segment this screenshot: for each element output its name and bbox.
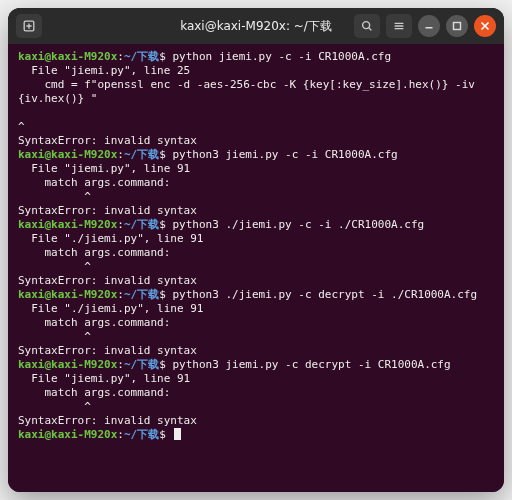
terminal-viewport[interactable]: kaxi@kaxi-M920x:~/下载$ python jiemi.py -c… bbox=[8, 44, 504, 492]
output-text: File "jiemi.py", line 25 bbox=[18, 64, 190, 77]
prompt-path: ~/下载 bbox=[124, 50, 159, 63]
prompt-user-host: kaxi@kaxi-M920x bbox=[18, 288, 117, 301]
prompt-marker: $ bbox=[159, 428, 172, 441]
output-line: ^ bbox=[18, 190, 494, 204]
output-text: ^ bbox=[18, 260, 91, 273]
prompt-user-host: kaxi@kaxi-M920x bbox=[18, 428, 117, 441]
svg-rect-9 bbox=[454, 23, 461, 30]
titlebar: kaxi@kaxi-M920x: ~/下载 bbox=[8, 8, 504, 44]
prompt-marker: $ bbox=[159, 148, 172, 161]
close-icon bbox=[478, 19, 492, 33]
output-line: File "jiemi.py", line 91 bbox=[18, 372, 494, 386]
prompt-path: ~/下载 bbox=[124, 288, 159, 301]
command-line: kaxi@kaxi-M920x:~/下载$ python3 jiemi.py -… bbox=[18, 358, 494, 372]
new-tab-button[interactable] bbox=[16, 14, 42, 38]
output-line: File "jiemi.py", line 91 bbox=[18, 162, 494, 176]
output-text: SyntaxError: invalid syntax bbox=[18, 344, 197, 357]
output-text: match args.command: bbox=[18, 386, 170, 399]
output-text: SyntaxError: invalid syntax bbox=[18, 414, 197, 427]
prompt-marker: $ bbox=[159, 358, 172, 371]
output-text: ^ bbox=[18, 330, 91, 343]
output-text: ^ bbox=[18, 106, 504, 133]
output-line: match args.command: bbox=[18, 386, 494, 400]
output-line: File "./jiemi.py", line 91 bbox=[18, 302, 494, 316]
active-prompt-line[interactable]: kaxi@kaxi-M920x:~/下载$ bbox=[18, 428, 494, 442]
output-line: SyntaxError: invalid syntax bbox=[18, 344, 494, 358]
output-text: ^ bbox=[18, 400, 91, 413]
prompt-marker: $ bbox=[159, 218, 172, 231]
maximize-button[interactable] bbox=[446, 15, 468, 37]
output-line: match args.command: bbox=[18, 246, 494, 260]
new-tab-icon bbox=[22, 19, 36, 33]
prompt-user-host: kaxi@kaxi-M920x bbox=[18, 358, 117, 371]
prompt-marker: $ bbox=[159, 50, 172, 63]
prompt-separator: : bbox=[117, 428, 124, 441]
output-line: ^ bbox=[18, 400, 494, 414]
prompt-user-host: kaxi@kaxi-M920x bbox=[18, 218, 117, 231]
prompt-path: ~/下载 bbox=[124, 148, 159, 161]
command-line: kaxi@kaxi-M920x:~/下载$ python jiemi.py -c… bbox=[18, 50, 494, 64]
close-button[interactable] bbox=[474, 15, 496, 37]
output-text: File "./jiemi.py", line 91 bbox=[18, 232, 203, 245]
terminal-window: kaxi@kaxi-M920x: ~/下载 bbox=[8, 8, 504, 492]
titlebar-right bbox=[354, 14, 496, 38]
output-line: match args.command: bbox=[18, 316, 494, 330]
command-text: python3 ./jiemi.py -c decrypt -i ./CR100… bbox=[172, 288, 477, 301]
output-text: File "jiemi.py", line 91 bbox=[18, 162, 190, 175]
command-text: python3 ./jiemi.py -c -i ./CR1000A.cfg bbox=[172, 218, 424, 231]
prompt-separator: : bbox=[117, 50, 124, 63]
output-line: File "./jiemi.py", line 91 bbox=[18, 232, 494, 246]
output-line: SyntaxError: invalid syntax bbox=[18, 204, 494, 218]
prompt-separator: : bbox=[117, 218, 124, 231]
svg-line-4 bbox=[369, 28, 372, 31]
titlebar-left bbox=[16, 14, 42, 38]
prompt-path: ~/下载 bbox=[124, 358, 159, 371]
output-line: ^ bbox=[18, 260, 494, 274]
output-text: File "./jiemi.py", line 91 bbox=[18, 302, 203, 315]
output-text: match args.command: bbox=[18, 316, 170, 329]
output-text: ^ bbox=[18, 190, 91, 203]
output-text: File "jiemi.py", line 91 bbox=[18, 372, 190, 385]
prompt-marker: $ bbox=[159, 288, 172, 301]
hamburger-icon bbox=[392, 19, 406, 33]
search-button[interactable] bbox=[354, 14, 380, 38]
output-text: cmd = f"openssl enc -d -aes-256-cbc -K {… bbox=[18, 78, 482, 105]
prompt-user-host: kaxi@kaxi-M920x bbox=[18, 50, 117, 63]
menu-button[interactable] bbox=[386, 14, 412, 38]
command-line: kaxi@kaxi-M920x:~/下载$ python3 jiemi.py -… bbox=[18, 148, 494, 162]
prompt-path: ~/下载 bbox=[124, 428, 159, 441]
output-line: SyntaxError: invalid syntax bbox=[18, 274, 494, 288]
output-line: SyntaxError: invalid syntax bbox=[18, 414, 494, 428]
output-text: SyntaxError: invalid syntax bbox=[18, 204, 197, 217]
prompt-separator: : bbox=[117, 288, 124, 301]
maximize-icon bbox=[450, 19, 464, 33]
output-text: match args.command: bbox=[18, 176, 170, 189]
output-text: SyntaxError: invalid syntax bbox=[18, 134, 197, 147]
prompt-separator: : bbox=[117, 148, 124, 161]
output-line: cmd = f"openssl enc -d -aes-256-cbc -K {… bbox=[18, 78, 494, 106]
output-line: File "jiemi.py", line 25 bbox=[18, 64, 494, 78]
command-text: python3 jiemi.py -c decrypt -i CR1000A.c… bbox=[172, 358, 450, 371]
output-line: SyntaxError: invalid syntax bbox=[18, 134, 494, 148]
text-cursor bbox=[174, 428, 181, 440]
output-line: ^ bbox=[18, 330, 494, 344]
prompt-user-host: kaxi@kaxi-M920x bbox=[18, 148, 117, 161]
command-line: kaxi@kaxi-M920x:~/下载$ python3 ./jiemi.py… bbox=[18, 288, 494, 302]
output-line: ^ bbox=[18, 106, 494, 134]
output-text: SyntaxError: invalid syntax bbox=[18, 274, 197, 287]
command-text: python3 jiemi.py -c -i CR1000A.cfg bbox=[172, 148, 397, 161]
minimize-icon bbox=[422, 19, 436, 33]
search-icon bbox=[360, 19, 374, 33]
svg-point-3 bbox=[363, 22, 370, 29]
output-text: match args.command: bbox=[18, 246, 170, 259]
minimize-button[interactable] bbox=[418, 15, 440, 37]
output-line: match args.command: bbox=[18, 176, 494, 190]
command-line: kaxi@kaxi-M920x:~/下载$ python3 ./jiemi.py… bbox=[18, 218, 494, 232]
prompt-path: ~/下载 bbox=[124, 218, 159, 231]
command-text: python jiemi.py -c -i CR1000A.cfg bbox=[172, 50, 391, 63]
prompt-separator: : bbox=[117, 358, 124, 371]
